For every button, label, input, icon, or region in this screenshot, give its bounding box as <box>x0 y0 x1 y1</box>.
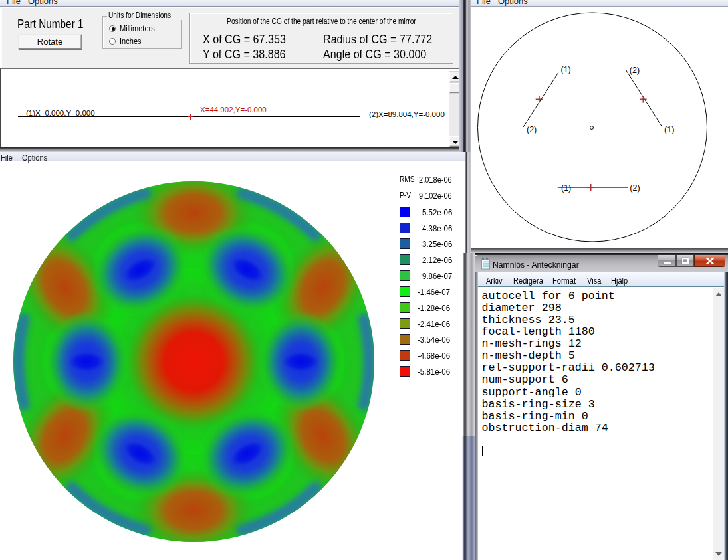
svg-text:(2): (2) <box>630 183 640 193</box>
svg-text:(1): (1) <box>561 65 571 74</box>
svg-text:(1): (1) <box>664 125 674 134</box>
svg-text:(1): (1) <box>561 183 571 193</box>
svg-text:(2): (2) <box>630 66 640 75</box>
svg-text:(2): (2) <box>527 125 537 134</box>
